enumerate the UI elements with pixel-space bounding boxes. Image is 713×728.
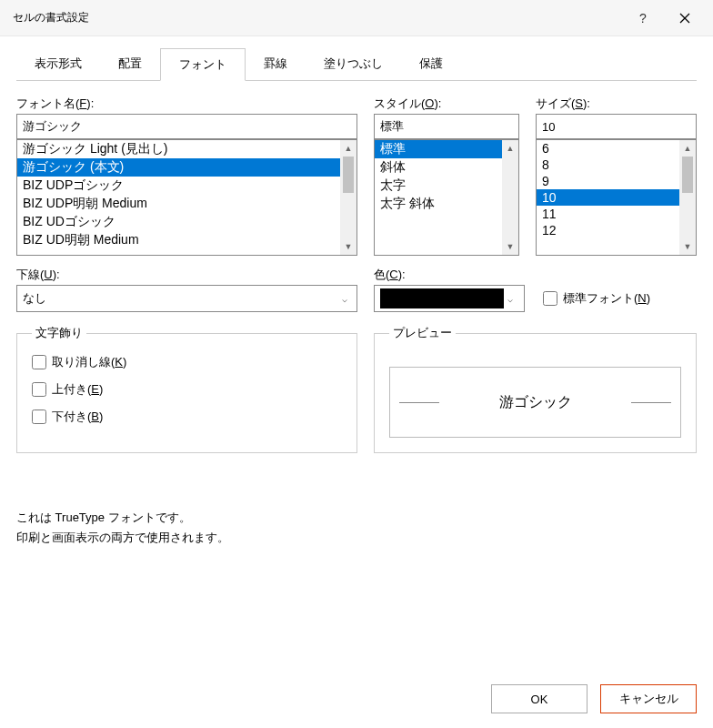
decoration-group: 文字飾り 取り消し線(K) 上付き(E) 下付き(B) [16,325,357,453]
tab-3[interactable]: 罫線 [246,48,306,81]
list-item[interactable]: 8 [537,157,679,173]
list-item[interactable]: 游ゴシック Light (見出し) [17,140,340,158]
help-button[interactable]: ? [622,5,664,32]
ok-button[interactable]: OK [491,684,587,713]
info-line-2: 印刷と画面表示の両方で使用されます。 [16,528,697,548]
underline-label: 下線(U): [16,267,357,283]
list-item[interactable]: 9 [537,173,679,189]
style-list-scrollbar[interactable]: ▲ ▼ [502,140,518,255]
subscript-checkbox[interactable]: 下付き(B) [32,409,342,425]
list-item[interactable]: BIZ UD明朝 Medium [17,231,340,249]
color-select[interactable]: ⌵ [374,285,525,312]
size-list-scrollbar[interactable]: ▲ ▼ [679,140,696,255]
tab-0[interactable]: 表示形式 [16,48,100,81]
close-icon [679,13,690,24]
underline-value: なし [23,290,338,307]
preview-text: 游ゴシック [499,393,572,412]
preview-box: 游ゴシック [389,367,681,438]
font-label: フォント名(F): [16,96,357,112]
scroll-down-icon[interactable]: ▼ [679,238,696,255]
dialog-footer: OK キャンセル [491,684,697,713]
preview-group: プレビュー 游ゴシック [374,325,697,453]
color-label: 色(C): [374,267,697,283]
tab-5[interactable]: 保護 [401,48,461,81]
tab-1[interactable]: 配置 [100,48,160,81]
list-item[interactable]: 12 [537,222,679,238]
list-item[interactable]: 6 [537,140,679,157]
font-listbox[interactable]: 游ゴシック Light (見出し)游ゴシック (本文)BIZ UDPゴシックBI… [16,139,357,256]
font-list-scrollbar[interactable]: ▲ ▼ [340,140,356,255]
scroll-down-icon[interactable]: ▼ [340,238,356,255]
tab-bar: 表示形式配置フォント罫線塗りつぶし保護 [16,47,697,81]
font-info: これは TrueType フォントです。 印刷と画面表示の両方で使用されます。 [16,508,697,548]
titlebar: セルの書式設定 ? [0,0,713,36]
strikethrough-checkbox[interactable]: 取り消し線(K) [32,354,342,370]
style-listbox[interactable]: 標準斜体太字太字 斜体 ▲ ▼ [374,139,519,256]
close-button[interactable] [664,5,706,32]
list-item[interactable]: 標準 [375,140,502,158]
scroll-up-icon[interactable]: ▲ [502,140,518,157]
list-item[interactable]: 太字 [375,177,502,195]
scroll-up-icon[interactable]: ▲ [340,140,356,157]
size-label: サイズ(S): [536,96,697,112]
scroll-down-icon[interactable]: ▼ [502,238,518,255]
list-item[interactable]: BIZ UDPゴシック [17,177,340,195]
tab-2[interactable]: フォント [160,48,246,81]
list-item[interactable]: BIZ UDP明朝 Medium [17,195,340,213]
color-swatch [380,288,504,308]
size-input[interactable] [536,114,697,139]
list-item[interactable]: 11 [537,206,679,222]
list-item[interactable]: 斜体 [375,158,502,177]
scroll-thumb[interactable] [682,157,693,193]
scroll-thumb[interactable] [343,157,354,193]
scroll-up-icon[interactable]: ▲ [679,140,696,157]
list-item[interactable]: 太字 斜体 [375,195,502,213]
style-label: スタイル(O): [374,96,519,112]
dialog-title: セルの書式設定 [13,10,622,25]
style-input[interactable] [374,114,519,139]
tab-4[interactable]: 塗りつぶし [306,48,401,81]
chevron-down-icon: ⌵ [504,294,517,304]
decoration-legend: 文字飾り [32,325,86,341]
list-item[interactable]: 游ゴシック (本文) [17,158,340,177]
info-line-1: これは TrueType フォントです。 [16,508,697,528]
preview-legend: プレビュー [389,325,456,341]
list-item[interactable]: BIZ UDゴシック [17,213,340,231]
size-listbox[interactable]: 689101112 ▲ ▼ [536,139,697,256]
underline-select[interactable]: なし ⌵ [16,285,357,312]
chevron-down-icon: ⌵ [338,294,351,304]
superscript-checkbox[interactable]: 上付き(E) [32,381,342,398]
font-input[interactable] [16,114,357,139]
normal-font-checkbox[interactable]: 標準フォント(N) [543,290,650,307]
cancel-button[interactable]: キャンセル [600,684,697,713]
list-item[interactable]: 10 [537,189,679,206]
